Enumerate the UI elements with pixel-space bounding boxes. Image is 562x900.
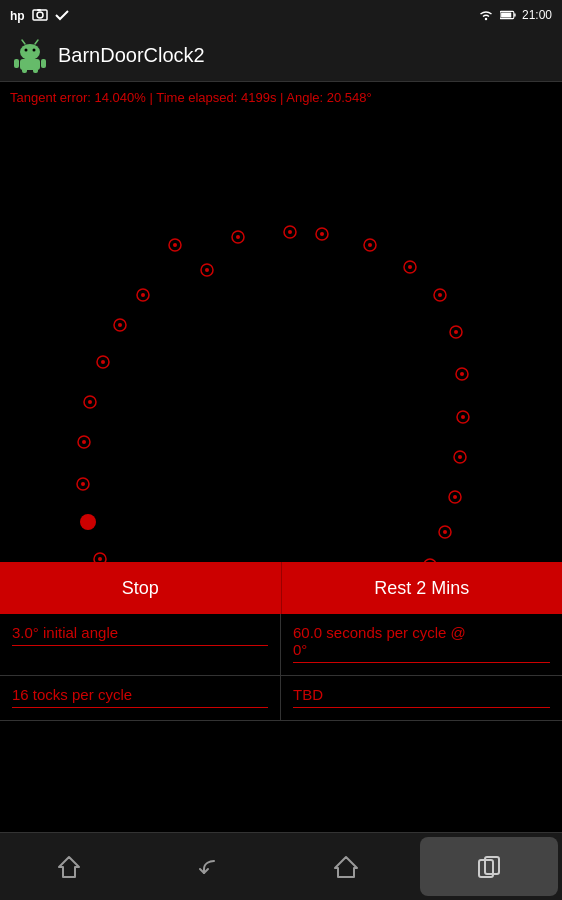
svg-rect-16: [41, 59, 46, 68]
status-icons-left: hp: [10, 7, 70, 23]
controls-grid: 3.0° initial angle 60.0 seconds per cycl…: [0, 614, 562, 721]
tocks-per-cycle-label: 16 tocks per cycle: [12, 686, 268, 708]
svg-text:hp: hp: [10, 9, 25, 23]
svg-point-2: [37, 12, 43, 18]
wifi-icon: [478, 7, 494, 23]
svg-point-9: [33, 48, 36, 51]
svg-rect-5: [514, 13, 515, 17]
tbd-cell: TBD: [281, 676, 562, 721]
back-icon: [55, 853, 83, 881]
check-icon: [54, 7, 70, 23]
svg-rect-3: [37, 9, 41, 11]
home-icon: [332, 853, 360, 881]
initial-angle-label: 3.0° initial angle: [12, 624, 268, 646]
back-arrow-icon: [194, 853, 222, 881]
back-button[interactable]: [0, 833, 139, 900]
battery-icon: [500, 7, 516, 23]
app-title: BarnDoorClock2: [58, 44, 205, 67]
buttons-row: Stop Rest 2 Mins: [0, 562, 562, 614]
rest-button[interactable]: Rest 2 Mins: [282, 562, 563, 614]
svg-point-8: [25, 48, 28, 51]
tocks-per-cycle-cell: 16 tocks per cycle: [0, 676, 281, 721]
bottom-nav: [0, 832, 562, 900]
svg-rect-13: [22, 68, 27, 73]
recents-icon: [475, 853, 503, 881]
info-text: Tangent error: 14.040% | Time elapsed: 4…: [10, 90, 372, 105]
android-icon: [12, 38, 48, 74]
canvas-area: [0, 112, 562, 562]
svg-line-10: [22, 40, 25, 44]
recents-button[interactable]: [420, 837, 559, 896]
controls-area: 3.0° initial angle 60.0 seconds per cycl…: [0, 614, 562, 721]
seconds-per-cycle-cell: 60.0 seconds per cycle @0°: [281, 614, 562, 676]
status-bar: hp: [0, 0, 562, 30]
initial-angle-cell: 3.0° initial angle: [0, 614, 281, 676]
seconds-per-cycle-label: 60.0 seconds per cycle @0°: [293, 624, 550, 663]
home-button[interactable]: [277, 833, 416, 900]
svg-rect-14: [33, 68, 38, 73]
photo-icon: [32, 7, 48, 23]
hp-icon: hp: [10, 7, 26, 23]
svg-rect-6: [501, 12, 511, 17]
svg-marker-17: [59, 857, 79, 877]
stop-button[interactable]: Stop: [0, 562, 282, 614]
dot-canvas: [0, 112, 562, 562]
time-display: 21:00: [522, 8, 552, 22]
svg-line-11: [35, 40, 38, 44]
svg-rect-15: [14, 59, 19, 68]
tbd-label: TBD: [293, 686, 550, 708]
svg-marker-18: [335, 857, 357, 877]
app-bar: BarnDoorClock2: [0, 30, 562, 82]
svg-point-7: [20, 44, 40, 60]
back-nav-button[interactable]: [139, 833, 278, 900]
status-icons-right: 21:00: [478, 7, 552, 23]
info-bar: Tangent error: 14.040% | Time elapsed: 4…: [0, 82, 562, 112]
